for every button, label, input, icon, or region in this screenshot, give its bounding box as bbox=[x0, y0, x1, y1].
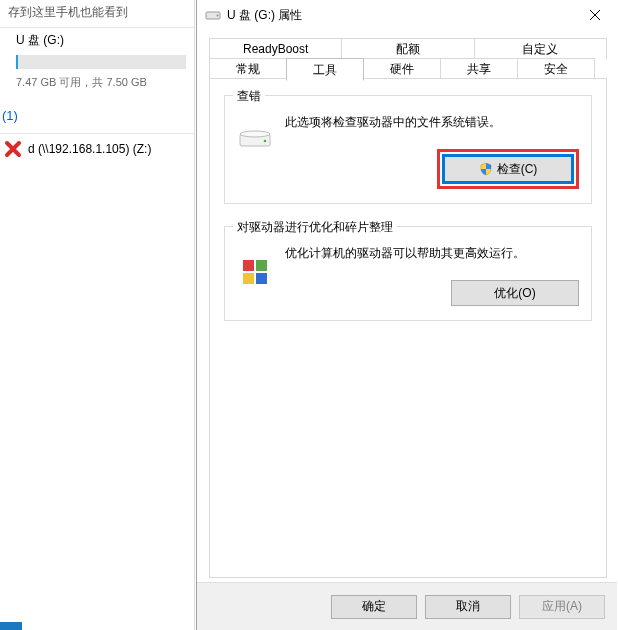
dialog-footer: 确定 取消 应用(A) bbox=[197, 582, 617, 630]
tab-general[interactable]: 常规 bbox=[209, 58, 287, 79]
tabstrip: ReadyBoost 配额 自定义 常规 工具 硬件 共享 安全 查错 bbox=[209, 38, 607, 578]
tab-security[interactable]: 安全 bbox=[517, 58, 595, 79]
ok-button[interactable]: 确定 bbox=[331, 595, 417, 619]
taskbar-fragment bbox=[0, 622, 22, 630]
harddrive-icon bbox=[238, 126, 272, 152]
group-error-checking: 查错 此选项将检查驱动器中的文 bbox=[224, 95, 592, 204]
svg-point-3 bbox=[240, 131, 270, 137]
group-error-checking-legend: 查错 bbox=[233, 88, 265, 105]
svg-rect-5 bbox=[243, 260, 254, 271]
onedrive-hint-text: 存到这里手机也能看到 bbox=[0, 0, 195, 27]
svg-rect-7 bbox=[243, 273, 254, 284]
svg-point-1 bbox=[217, 15, 219, 17]
tab-hardware[interactable]: 硬件 bbox=[363, 58, 441, 79]
explorer-side-panel: 存到这里手机也能看到 U 盘 (G:) 7.47 GB 可用，共 7.50 GB… bbox=[0, 0, 195, 630]
tab-quota[interactable]: 配额 bbox=[341, 38, 474, 59]
drive-capacity-text: 7.47 GB 可用，共 7.50 GB bbox=[8, 75, 187, 90]
optimize-button[interactable]: 优化(O) bbox=[451, 280, 579, 306]
properties-dialog: U 盘 (G:) 属性 ReadyBoost 配额 自定义 常规 工具 硬件 共… bbox=[196, 0, 617, 630]
close-button[interactable] bbox=[572, 0, 617, 30]
tab-custom[interactable]: 自定义 bbox=[474, 38, 607, 59]
network-location-row[interactable]: d (\\192.168.1.105) (Z:) bbox=[0, 134, 195, 164]
titlebar[interactable]: U 盘 (G:) 属性 bbox=[197, 0, 617, 30]
tab-panel-tools: 查错 此选项将检查驱动器中的文 bbox=[209, 78, 607, 578]
highlight-annotation: 检查(C) bbox=[437, 149, 579, 189]
defrag-icon bbox=[240, 257, 270, 287]
check-button-label: 检查(C) bbox=[497, 161, 538, 178]
tab-tools[interactable]: 工具 bbox=[286, 58, 364, 81]
tab-sharing[interactable]: 共享 bbox=[440, 58, 518, 79]
group-optimize: 对驱动器进行优化和碎片整理 bbox=[224, 226, 592, 321]
svg-rect-8 bbox=[256, 273, 267, 284]
optimize-desc: 优化计算机的驱动器可以帮助其更高效运行。 bbox=[285, 245, 579, 262]
drive-card[interactable]: U 盘 (G:) 7.47 GB 可用，共 7.50 GB bbox=[0, 28, 195, 98]
disconnected-icon bbox=[4, 140, 22, 158]
error-checking-desc: 此选项将检查驱动器中的文件系统错误。 bbox=[285, 114, 579, 131]
cancel-button[interactable]: 取消 bbox=[425, 595, 511, 619]
svg-point-4 bbox=[264, 140, 267, 143]
drive-icon bbox=[205, 9, 221, 21]
optimize-button-label: 优化(O) bbox=[494, 285, 535, 302]
dialog-title: U 盘 (G:) 属性 bbox=[227, 7, 572, 24]
group-optimize-legend: 对驱动器进行优化和碎片整理 bbox=[233, 219, 397, 236]
drive-name-label: U 盘 (G:) bbox=[8, 32, 187, 49]
check-button[interactable]: 检查(C) bbox=[444, 156, 572, 182]
tab-readyboost[interactable]: ReadyBoost bbox=[209, 38, 342, 59]
drive-capacity-bar bbox=[16, 55, 186, 69]
network-location-label: d (\\192.168.1.105) (Z:) bbox=[28, 142, 151, 156]
network-locations-count[interactable]: (1) bbox=[0, 98, 195, 133]
apply-button[interactable]: 应用(A) bbox=[519, 595, 605, 619]
svg-rect-6 bbox=[256, 260, 267, 271]
uac-shield-icon bbox=[479, 162, 493, 176]
